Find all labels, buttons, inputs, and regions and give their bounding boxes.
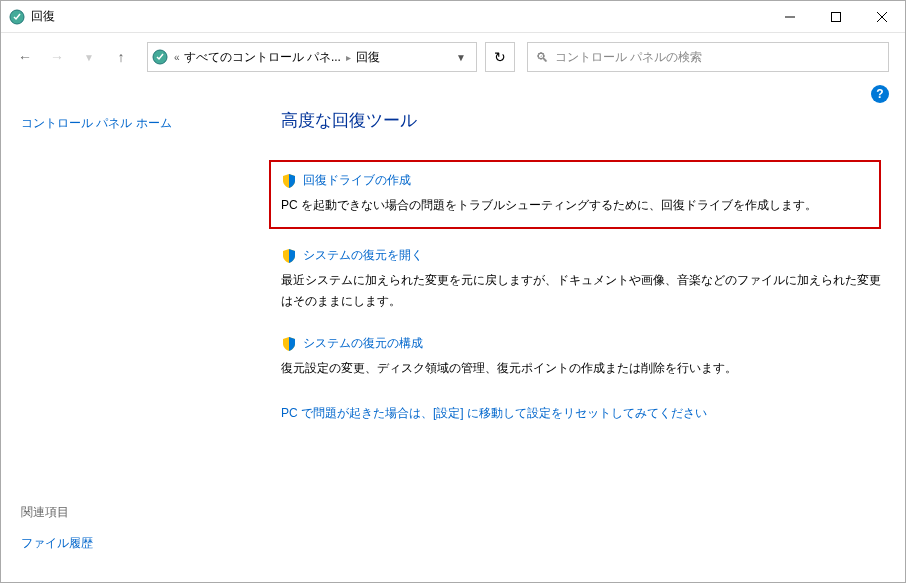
up-button[interactable]: ↑: [107, 43, 135, 71]
recent-dropdown[interactable]: ▼: [75, 43, 103, 71]
option-configure-system-restore: システムの復元の構成 復元設定の変更、ディスク領域の管理、復元ポイントの作成また…: [281, 335, 881, 378]
option-desc: 最近システムに加えられた変更を元に戻しますが、ドキュメントや画像、音楽などのファ…: [281, 270, 881, 311]
close-button[interactable]: [859, 1, 905, 33]
window-title: 回復: [31, 8, 767, 25]
sidebar: コントロール パネル ホーム 関連項目 ファイル履歴: [1, 103, 281, 574]
content: コントロール パネル ホーム 関連項目 ファイル履歴 高度な回復ツール 回復ドラ…: [1, 103, 905, 574]
file-history-link[interactable]: ファイル履歴: [21, 535, 261, 552]
recovery-icon: [9, 9, 25, 25]
breadcrumb[interactable]: « すべてのコントロール パネ... ▸ 回復 ▼: [147, 42, 477, 72]
navbar: ← → ▼ ↑ « すべてのコントロール パネ... ▸ 回復 ▼ ↻ 🔍︎: [1, 33, 905, 81]
minimize-button[interactable]: [767, 1, 813, 33]
shield-icon: [281, 173, 297, 189]
refresh-button[interactable]: ↻: [485, 42, 515, 72]
main-heading: 高度な回復ツール: [281, 109, 881, 132]
maximize-button[interactable]: [813, 1, 859, 33]
chevron-right-icon: ▸: [341, 52, 356, 63]
svg-rect-2: [832, 13, 841, 22]
control-panel-home-link[interactable]: コントロール パネル ホーム: [21, 115, 261, 132]
help-row: ?: [1, 81, 905, 103]
breadcrumb-part2[interactable]: 回復: [356, 49, 380, 66]
option-open-system-restore: システムの復元を開く 最近システムに加えられた変更を元に戻しますが、ドキュメント…: [281, 247, 881, 311]
related-items-title: 関連項目: [21, 504, 261, 521]
breadcrumb-prefix: «: [170, 52, 184, 63]
option-desc: PC を起動できない場合の問題をトラブルシューティングするために、回復ドライブを…: [281, 195, 867, 215]
shield-icon: [281, 248, 297, 264]
recovery-icon: [152, 49, 168, 65]
chevron-down-icon[interactable]: ▼: [450, 52, 472, 63]
search-icon: 🔍︎: [536, 50, 549, 65]
option-create-recovery-drive: 回復ドライブの作成 PC を起動できない場合の問題をトラブルシューティングするた…: [269, 160, 881, 229]
option-desc: 復元設定の変更、ディスク領域の管理、復元ポイントの作成または削除を行います。: [281, 358, 881, 378]
forward-button: →: [43, 43, 71, 71]
back-button[interactable]: ←: [11, 43, 39, 71]
main: 高度な回復ツール 回復ドライブの作成 PC を起動できない場合の問題をトラブルシ…: [281, 103, 905, 574]
shield-icon: [281, 336, 297, 352]
help-icon[interactable]: ?: [871, 85, 889, 103]
search-box[interactable]: 🔍︎: [527, 42, 889, 72]
option-title[interactable]: システムの復元を開く: [303, 247, 423, 264]
option-title[interactable]: 回復ドライブの作成: [303, 172, 411, 189]
titlebar: 回復: [1, 1, 905, 33]
window-controls: [767, 1, 905, 32]
search-input[interactable]: [555, 50, 880, 64]
option-title[interactable]: システムの復元の構成: [303, 335, 423, 352]
breadcrumb-part1[interactable]: すべてのコントロール パネ...: [184, 49, 341, 66]
settings-reset-link[interactable]: PC で問題が起きた場合は、[設定] に移動して設定をリセットしてみてください: [281, 405, 881, 422]
